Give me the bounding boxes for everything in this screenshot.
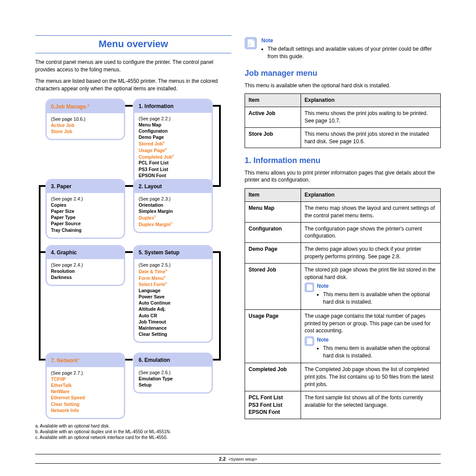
table-row: Usage Page The usage page contains the t… (245, 309, 441, 363)
box-layout: 2. Layout (See page 2.3.) Orientation Si… (133, 179, 213, 233)
table-row: Stored Job The stored job page shows the… (245, 263, 441, 309)
box-network: 7. Networkc (See page 2.7.) TCP/IP Ether… (45, 353, 125, 419)
menu-overview-title: Menu overview (35, 35, 231, 53)
job-manager-heading: Job manager menu (245, 68, 441, 79)
box-system-setup: 5. System Setup (See page 2.5.) Date & T… (133, 245, 213, 343)
note-icon (305, 336, 314, 346)
intro-text-1: The control panel menus are used to conf… (35, 59, 231, 74)
table-row: PCL Font List PS3 Font List EPSON FontTh… (245, 391, 441, 419)
table-row: Active JobThis menu shows the print jobs… (245, 107, 441, 128)
job-manager-table: ItemExplanation Active JobThis menu show… (245, 93, 441, 148)
intro-text-2: The menus are listed based on the ML-455… (35, 78, 231, 93)
svg-point-1 (249, 45, 250, 46)
box-job-manage: 0.Job Manage.a (See page 10.6.) Active J… (45, 99, 125, 140)
diagram-footnotes: a. Available with an optional hard disk.… (35, 423, 231, 440)
left-column: Menu overview The control panel menus ar… (35, 35, 231, 440)
note-icon (245, 37, 257, 49)
table-row: Store JobThis menu shows the print jobs … (245, 127, 441, 148)
information-menu-heading: 1. Information menu (245, 155, 441, 166)
table-row: Completed JobThe Completed Job page show… (245, 363, 441, 391)
table-row: ConfiguratonThe configuration page shows… (245, 222, 441, 243)
box-paper: 3. Paper (See page 2.4.) Copies Paper Si… (45, 179, 125, 239)
top-note: Note The default settings and available … (245, 37, 441, 61)
information-menu-table: ItemExplanation Menu MapThe menu map sho… (245, 188, 441, 419)
table-row: Menu MapThe menu map shows the layout an… (245, 201, 441, 222)
page-footer: 2.2<System setup> (35, 454, 441, 464)
box-information: 1. Information (See page 2.2.) Menu Map … (133, 99, 213, 184)
box-emulation: 6. Emulation (See page 2.6.) Emulation T… (133, 353, 213, 394)
menu-diagram: 0.Job Manage.a (See page 10.6.) Active J… (45, 99, 222, 420)
note-icon (305, 283, 314, 292)
table-row: Demo PageThe demo page allows you to che… (245, 243, 441, 264)
right-column: Note The default settings and available … (245, 35, 441, 440)
box-graphic: 4. Graphic (See page 2.4.) Resolution Da… (45, 245, 125, 286)
